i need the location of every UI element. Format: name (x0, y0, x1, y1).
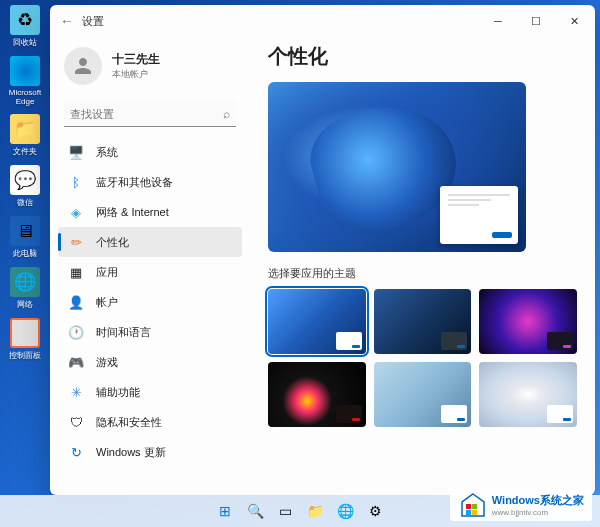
nav-list: 🖥️系统 ᛒ蓝牙和其他设备 ◈网络 & Internet ✏个性化 ▦应用 👤帐… (58, 137, 242, 489)
settings-window: ← 设置 ─ ☐ ✕ 十三先生 本地帐户 ⌕ (50, 5, 595, 495)
nav-bluetooth[interactable]: ᛒ蓝牙和其他设备 (58, 167, 242, 197)
svg-rect-2 (466, 510, 471, 515)
minimize-button[interactable]: ─ (479, 5, 517, 37)
watermark: Windows系统之家 www.bjjmlv.com (450, 489, 592, 521)
desktop-icon-edge[interactable]: Microsoft Edge (0, 56, 50, 106)
update-icon: ↻ (68, 444, 84, 460)
nav-network[interactable]: ◈网络 & Internet (58, 197, 242, 227)
nav-gaming[interactable]: 🎮游戏 (58, 347, 242, 377)
desktop-icon-control[interactable]: 控制面板 (0, 318, 50, 361)
window-title: 设置 (82, 14, 104, 29)
desktop-icon-folder[interactable]: 📁 文件夹 (0, 114, 50, 157)
nav-privacy[interactable]: 🛡隐私和安全性 (58, 407, 242, 437)
time-icon: 🕐 (68, 324, 84, 340)
theme-grid (268, 289, 577, 427)
back-button[interactable]: ← (60, 13, 74, 29)
bluetooth-icon: ᛒ (68, 174, 84, 190)
nav-accounts[interactable]: 👤帐户 (58, 287, 242, 317)
system-icon: 🖥️ (68, 144, 84, 160)
profile-account: 本地帐户 (112, 68, 160, 81)
nav-system[interactable]: 🖥️系统 (58, 137, 242, 167)
preview-window-card (440, 186, 518, 244)
edge-icon (10, 56, 40, 86)
taskbar-explorer[interactable]: 📁 (302, 498, 328, 524)
taskbar-edge[interactable]: 🌐 (332, 498, 358, 524)
profile-section[interactable]: 十三先生 本地帐户 (58, 43, 242, 97)
nav-accessibility[interactable]: ✳辅助功能 (58, 377, 242, 407)
theme-option-2[interactable] (374, 289, 472, 354)
desktop: ♻ 回收站 Microsoft Edge 📁 文件夹 💬 微信 🖥 此电脑 🌐 … (0, 0, 50, 369)
search-icon: ⌕ (223, 107, 230, 121)
desktop-icon-network[interactable]: 🌐 网络 (0, 267, 50, 310)
apps-icon: ▦ (68, 264, 84, 280)
wechat-icon: 💬 (10, 165, 40, 195)
theme-option-6[interactable] (479, 362, 577, 427)
privacy-icon: 🛡 (68, 414, 84, 430)
themes-label: 选择要应用的主题 (268, 266, 577, 281)
network-nav-icon: ◈ (68, 204, 84, 220)
control-panel-icon (10, 318, 40, 348)
desktop-preview (268, 82, 526, 252)
recycle-bin-icon: ♻ (10, 5, 40, 35)
theme-option-3[interactable] (479, 289, 577, 354)
theme-option-4[interactable] (268, 362, 366, 427)
page-title: 个性化 (268, 43, 577, 70)
network-icon: 🌐 (10, 267, 40, 297)
sidebar: 十三先生 本地帐户 ⌕ 🖥️系统 ᛒ蓝牙和其他设备 ◈网络 & Internet… (50, 37, 250, 495)
accounts-icon: 👤 (68, 294, 84, 310)
gaming-icon: 🎮 (68, 354, 84, 370)
svg-rect-0 (466, 504, 471, 509)
theme-option-5[interactable] (374, 362, 472, 427)
svg-rect-1 (472, 504, 477, 509)
nav-apps[interactable]: ▦应用 (58, 257, 242, 287)
svg-rect-3 (472, 510, 477, 515)
personalization-icon: ✏ (68, 234, 84, 250)
search-box[interactable]: ⌕ (64, 101, 236, 127)
close-button[interactable]: ✕ (555, 5, 593, 37)
accessibility-icon: ✳ (68, 384, 84, 400)
avatar (64, 47, 102, 85)
folder-icon: 📁 (10, 114, 40, 144)
desktop-icon-wechat[interactable]: 💬 微信 (0, 165, 50, 208)
desktop-icon-recycle[interactable]: ♻ 回收站 (0, 5, 50, 48)
this-pc-icon: 🖥 (10, 216, 40, 246)
taskbar-search[interactable]: 🔍 (242, 498, 268, 524)
taskbar-settings[interactable]: ⚙ (362, 498, 388, 524)
search-input[interactable] (70, 108, 223, 120)
watermark-title: Windows系统之家 (492, 493, 584, 508)
nav-personalization[interactable]: ✏个性化 (58, 227, 242, 257)
start-button[interactable]: ⊞ (212, 498, 238, 524)
main-content: 个性化 选择要应用的主题 (250, 37, 595, 495)
maximize-button[interactable]: ☐ (517, 5, 555, 37)
nav-update[interactable]: ↻Windows 更新 (58, 437, 242, 467)
watermark-subtitle: www.bjjmlv.com (492, 508, 584, 517)
theme-option-1[interactable] (268, 289, 366, 354)
profile-name: 十三先生 (112, 51, 160, 68)
desktop-icon-pc[interactable]: 🖥 此电脑 (0, 216, 50, 259)
task-view[interactable]: ▭ (272, 498, 298, 524)
watermark-logo-icon (458, 492, 488, 518)
titlebar[interactable]: ← 设置 ─ ☐ ✕ (50, 5, 595, 37)
nav-time[interactable]: 🕐时间和语言 (58, 317, 242, 347)
